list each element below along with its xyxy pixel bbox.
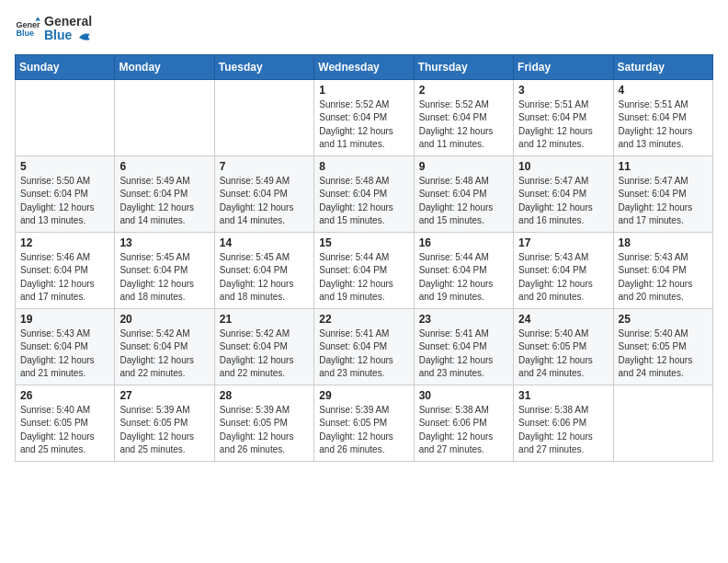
day-number: 30 — [419, 389, 508, 402]
day-info: Sunrise: 5:43 AM Sunset: 6:04 PM Dayligh… — [619, 251, 708, 304]
calendar-cell: 29Sunrise: 5:39 AM Sunset: 6:05 PM Dayli… — [314, 385, 414, 461]
calendar-week-row: 5Sunrise: 5:50 AM Sunset: 6:04 PM Daylig… — [16, 155, 713, 232]
calendar-cell: 16Sunrise: 5:44 AM Sunset: 6:04 PM Dayli… — [414, 232, 513, 308]
day-info: Sunrise: 5:44 AM Sunset: 6:04 PM Dayligh… — [419, 251, 508, 304]
day-info: Sunrise: 5:48 AM Sunset: 6:04 PM Dayligh… — [419, 175, 508, 228]
day-info: Sunrise: 5:40 AM Sunset: 6:05 PM Dayligh… — [20, 404, 109, 457]
weekday-header: Saturday — [613, 54, 712, 79]
calendar-cell: 11Sunrise: 5:47 AM Sunset: 6:04 PM Dayli… — [613, 155, 712, 232]
weekday-header: Thursday — [414, 54, 513, 79]
day-info: Sunrise: 5:46 AM Sunset: 6:04 PM Dayligh… — [20, 251, 109, 304]
calendar-cell — [214, 79, 313, 155]
logo-blue: Blue — [44, 28, 72, 42]
calendar-cell: 23Sunrise: 5:41 AM Sunset: 6:04 PM Dayli… — [414, 308, 513, 385]
day-number: 27 — [119, 389, 209, 402]
weekday-header: Wednesday — [314, 54, 414, 79]
calendar-cell: 14Sunrise: 5:45 AM Sunset: 6:04 PM Dayli… — [214, 232, 313, 308]
day-number: 26 — [20, 389, 109, 402]
calendar-cell: 13Sunrise: 5:45 AM Sunset: 6:04 PM Dayli… — [115, 232, 214, 308]
calendar-cell: 28Sunrise: 5:39 AM Sunset: 6:05 PM Dayli… — [214, 385, 313, 461]
day-info: Sunrise: 5:38 AM Sunset: 6:06 PM Dayligh… — [518, 404, 608, 457]
day-info: Sunrise: 5:47 AM Sunset: 6:04 PM Dayligh… — [619, 175, 708, 228]
calendar-cell: 10Sunrise: 5:47 AM Sunset: 6:04 PM Dayli… — [514, 155, 613, 232]
calendar-cell: 24Sunrise: 5:40 AM Sunset: 6:05 PM Dayli… — [514, 308, 613, 385]
svg-marker-2 — [35, 17, 40, 21]
calendar-cell: 27Sunrise: 5:39 AM Sunset: 6:05 PM Dayli… — [115, 385, 214, 461]
day-number: 20 — [119, 313, 209, 326]
calendar-cell: 15Sunrise: 5:44 AM Sunset: 6:04 PM Dayli… — [314, 232, 414, 308]
day-info: Sunrise: 5:44 AM Sunset: 6:04 PM Dayligh… — [319, 251, 408, 304]
day-number: 14 — [220, 236, 309, 249]
day-info: Sunrise: 5:41 AM Sunset: 6:04 PM Dayligh… — [419, 327, 508, 381]
day-number: 3 — [518, 84, 608, 97]
day-info: Sunrise: 5:52 AM Sunset: 6:04 PM Dayligh… — [419, 98, 508, 152]
day-number: 18 — [619, 236, 708, 249]
day-info: Sunrise: 5:42 AM Sunset: 6:04 PM Dayligh… — [220, 327, 309, 381]
calendar-week-row: 19Sunrise: 5:43 AM Sunset: 6:04 PM Dayli… — [16, 308, 713, 385]
day-number: 31 — [518, 389, 608, 402]
day-info: Sunrise: 5:39 AM Sunset: 6:05 PM Dayligh… — [319, 404, 408, 457]
day-number: 9 — [419, 160, 508, 173]
day-number: 28 — [220, 389, 309, 402]
calendar-cell — [16, 79, 115, 155]
calendar-cell: 31Sunrise: 5:38 AM Sunset: 6:06 PM Dayli… — [514, 385, 613, 461]
calendar-week-row: 26Sunrise: 5:40 AM Sunset: 6:05 PM Dayli… — [16, 385, 713, 461]
day-info: Sunrise: 5:51 AM Sunset: 6:04 PM Dayligh… — [518, 98, 608, 152]
weekday-header: Friday — [514, 54, 613, 79]
page-header: General Blue General Blue — [15, 15, 713, 43]
day-number: 15 — [319, 236, 408, 249]
day-number: 12 — [20, 236, 109, 249]
calendar-cell: 30Sunrise: 5:38 AM Sunset: 6:06 PM Dayli… — [414, 385, 513, 461]
day-number: 8 — [319, 160, 408, 173]
svg-text:General: General — [16, 20, 40, 29]
day-info: Sunrise: 5:40 AM Sunset: 6:05 PM Dayligh… — [518, 327, 608, 381]
weekday-header-row: SundayMondayTuesdayWednesdayThursdayFrid… — [16, 54, 713, 79]
day-info: Sunrise: 5:52 AM Sunset: 6:04 PM Dayligh… — [319, 98, 408, 152]
day-number: 7 — [220, 160, 309, 173]
calendar-cell: 22Sunrise: 5:41 AM Sunset: 6:04 PM Dayli… — [314, 308, 414, 385]
day-number: 11 — [619, 160, 708, 173]
calendar-cell — [613, 385, 712, 461]
day-info: Sunrise: 5:50 AM Sunset: 6:04 PM Dayligh… — [20, 175, 109, 228]
day-info: Sunrise: 5:42 AM Sunset: 6:04 PM Dayligh… — [119, 327, 209, 381]
day-number: 22 — [319, 313, 408, 326]
calendar-cell: 26Sunrise: 5:40 AM Sunset: 6:05 PM Dayli… — [16, 385, 115, 461]
day-info: Sunrise: 5:39 AM Sunset: 6:05 PM Dayligh… — [119, 404, 209, 457]
day-number: 4 — [619, 84, 708, 97]
day-number: 19 — [20, 313, 109, 326]
calendar-cell: 1Sunrise: 5:52 AM Sunset: 6:04 PM Daylig… — [314, 79, 414, 155]
calendar-cell: 18Sunrise: 5:43 AM Sunset: 6:04 PM Dayli… — [613, 232, 712, 308]
day-number: 23 — [419, 313, 508, 326]
day-info: Sunrise: 5:48 AM Sunset: 6:04 PM Dayligh… — [319, 175, 408, 228]
day-number: 5 — [20, 160, 109, 173]
day-number: 6 — [119, 160, 209, 173]
day-info: Sunrise: 5:45 AM Sunset: 6:04 PM Dayligh… — [119, 251, 209, 304]
day-info: Sunrise: 5:39 AM Sunset: 6:05 PM Dayligh… — [220, 404, 309, 457]
calendar-cell: 2Sunrise: 5:52 AM Sunset: 6:04 PM Daylig… — [414, 79, 513, 155]
weekday-header: Sunday — [16, 54, 115, 79]
day-number: 10 — [518, 160, 608, 173]
day-info: Sunrise: 5:40 AM Sunset: 6:05 PM Dayligh… — [619, 327, 708, 381]
calendar-cell: 21Sunrise: 5:42 AM Sunset: 6:04 PM Dayli… — [214, 308, 313, 385]
day-info: Sunrise: 5:51 AM Sunset: 6:04 PM Dayligh… — [619, 98, 708, 152]
calendar-cell: 25Sunrise: 5:40 AM Sunset: 6:05 PM Dayli… — [613, 308, 712, 385]
calendar-table: SundayMondayTuesdayWednesdayThursdayFrid… — [15, 54, 713, 462]
day-number: 13 — [119, 236, 209, 249]
day-info: Sunrise: 5:47 AM Sunset: 6:04 PM Dayligh… — [518, 175, 608, 228]
calendar-cell: 20Sunrise: 5:42 AM Sunset: 6:04 PM Dayli… — [115, 308, 214, 385]
day-number: 29 — [319, 389, 408, 402]
day-number: 17 — [518, 236, 608, 249]
day-number: 2 — [419, 84, 508, 97]
calendar-cell — [115, 79, 214, 155]
logo-icon: General Blue — [15, 16, 40, 41]
calendar-week-row: 1Sunrise: 5:52 AM Sunset: 6:04 PM Daylig… — [16, 79, 713, 155]
day-number: 16 — [419, 236, 508, 249]
calendar-cell: 9Sunrise: 5:48 AM Sunset: 6:04 PM Daylig… — [414, 155, 513, 232]
day-info: Sunrise: 5:49 AM Sunset: 6:04 PM Dayligh… — [119, 175, 209, 228]
weekday-header: Tuesday — [214, 54, 313, 79]
calendar-cell: 19Sunrise: 5:43 AM Sunset: 6:04 PM Dayli… — [16, 308, 115, 385]
calendar-cell: 12Sunrise: 5:46 AM Sunset: 6:04 PM Dayli… — [16, 232, 115, 308]
day-number: 25 — [619, 313, 708, 326]
day-info: Sunrise: 5:38 AM Sunset: 6:06 PM Dayligh… — [419, 404, 508, 457]
day-info: Sunrise: 5:49 AM Sunset: 6:04 PM Dayligh… — [220, 175, 309, 228]
